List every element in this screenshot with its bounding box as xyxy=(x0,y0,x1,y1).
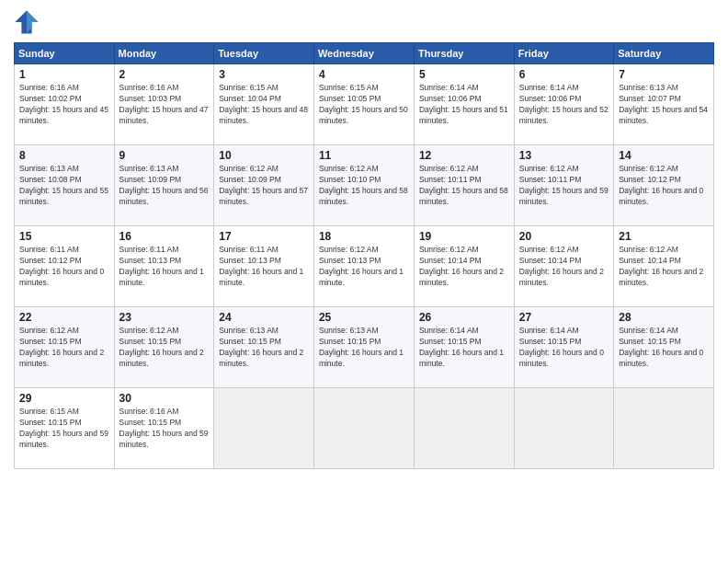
day-info: Sunrise: 6:12 AM Sunset: 10:12 PM Daylig… xyxy=(619,164,709,208)
day-info: Sunrise: 6:12 AM Sunset: 10:14 PM Daylig… xyxy=(419,245,509,289)
day-number: 12 xyxy=(419,149,509,162)
calendar-week: 8 Sunrise: 6:13 AM Sunset: 10:08 PM Dayl… xyxy=(15,145,714,226)
day-number: 11 xyxy=(319,149,409,162)
day-number: 5 xyxy=(419,68,509,81)
calendar-cell: 2 Sunrise: 6:16 AM Sunset: 10:03 PM Dayl… xyxy=(114,64,214,145)
day-info: Sunrise: 6:11 AM Sunset: 10:13 PM Daylig… xyxy=(119,245,210,289)
calendar-cell: 4 Sunrise: 6:15 AM Sunset: 10:05 PM Dayl… xyxy=(313,64,414,145)
calendar-cell: 12 Sunrise: 6:12 AM Sunset: 10:11 PM Day… xyxy=(414,145,514,226)
calendar-cell: 26 Sunrise: 6:14 AM Sunset: 10:15 PM Day… xyxy=(414,307,514,388)
day-info: Sunrise: 6:14 AM Sunset: 10:06 PM Daylig… xyxy=(419,83,509,127)
day-info: Sunrise: 6:11 AM Sunset: 10:12 PM Daylig… xyxy=(19,245,109,289)
day-number: 22 xyxy=(19,311,109,324)
logo xyxy=(14,9,41,35)
calendar-cell: 24 Sunrise: 6:13 AM Sunset: 10:15 PM Day… xyxy=(214,307,314,388)
day-number: 1 xyxy=(19,68,109,81)
day-info: Sunrise: 6:13 AM Sunset: 10:09 PM Daylig… xyxy=(119,164,210,208)
day-info: Sunrise: 6:13 AM Sunset: 10:07 PM Daylig… xyxy=(619,83,709,127)
calendar-week: 29 Sunrise: 6:15 AM Sunset: 10:15 PM Day… xyxy=(15,388,714,469)
day-number: 9 xyxy=(119,149,210,162)
day-number: 20 xyxy=(519,230,609,243)
calendar-cell: 28 Sunrise: 6:14 AM Sunset: 10:15 PM Day… xyxy=(614,307,714,388)
calendar-cell: 17 Sunrise: 6:11 AM Sunset: 10:13 PM Day… xyxy=(214,226,314,307)
day-number: 29 xyxy=(19,392,109,405)
calendar-cell: 6 Sunrise: 6:14 AM Sunset: 10:06 PM Dayl… xyxy=(514,64,613,145)
day-number: 10 xyxy=(219,149,309,162)
calendar-cell: 19 Sunrise: 6:12 AM Sunset: 10:14 PM Day… xyxy=(414,226,514,307)
calendar-cell: 27 Sunrise: 6:14 AM Sunset: 10:15 PM Day… xyxy=(514,307,613,388)
day-number: 17 xyxy=(219,230,309,243)
day-info: Sunrise: 6:15 AM Sunset: 10:15 PM Daylig… xyxy=(19,407,109,451)
header xyxy=(14,9,714,35)
weekday-header-cell: Wednesday xyxy=(313,43,414,64)
day-info: Sunrise: 6:15 AM Sunset: 10:05 PM Daylig… xyxy=(319,83,409,127)
calendar-cell xyxy=(214,388,314,469)
day-info: Sunrise: 6:13 AM Sunset: 10:08 PM Daylig… xyxy=(19,164,109,208)
day-info: Sunrise: 6:14 AM Sunset: 10:15 PM Daylig… xyxy=(619,326,709,370)
calendar-cell: 7 Sunrise: 6:13 AM Sunset: 10:07 PM Dayl… xyxy=(614,64,714,145)
calendar-cell: 30 Sunrise: 6:16 AM Sunset: 10:15 PM Day… xyxy=(114,388,214,469)
calendar-cell: 11 Sunrise: 6:12 AM Sunset: 10:10 PM Day… xyxy=(313,145,414,226)
weekday-header-cell: Friday xyxy=(514,43,613,64)
day-info: Sunrise: 6:11 AM Sunset: 10:13 PM Daylig… xyxy=(219,245,309,289)
calendar-cell: 16 Sunrise: 6:11 AM Sunset: 10:13 PM Day… xyxy=(114,226,214,307)
calendar-cell xyxy=(614,388,714,469)
calendar-cell: 3 Sunrise: 6:15 AM Sunset: 10:04 PM Dayl… xyxy=(214,64,314,145)
page: SundayMondayTuesdayWednesdayThursdayFrid… xyxy=(0,0,728,563)
day-number: 18 xyxy=(319,230,409,243)
day-info: Sunrise: 6:12 AM Sunset: 10:14 PM Daylig… xyxy=(619,245,709,289)
day-number: 7 xyxy=(619,68,709,81)
calendar-cell: 8 Sunrise: 6:13 AM Sunset: 10:08 PM Dayl… xyxy=(15,145,115,226)
calendar-week: 1 Sunrise: 6:16 AM Sunset: 10:02 PM Dayl… xyxy=(15,64,714,145)
calendar-cell xyxy=(514,388,613,469)
calendar-cell xyxy=(313,388,414,469)
day-info: Sunrise: 6:16 AM Sunset: 10:03 PM Daylig… xyxy=(119,83,210,127)
day-info: Sunrise: 6:14 AM Sunset: 10:06 PM Daylig… xyxy=(519,83,609,127)
day-number: 25 xyxy=(319,311,409,324)
logo-icon xyxy=(14,9,40,35)
day-number: 16 xyxy=(119,230,210,243)
weekday-header: SundayMondayTuesdayWednesdayThursdayFrid… xyxy=(15,43,714,64)
day-info: Sunrise: 6:12 AM Sunset: 10:09 PM Daylig… xyxy=(219,164,309,208)
day-info: Sunrise: 6:12 AM Sunset: 10:10 PM Daylig… xyxy=(319,164,409,208)
day-number: 8 xyxy=(19,149,109,162)
day-number: 4 xyxy=(319,68,409,81)
calendar-cell: 23 Sunrise: 6:12 AM Sunset: 10:15 PM Day… xyxy=(114,307,214,388)
calendar-cell: 25 Sunrise: 6:13 AM Sunset: 10:15 PM Day… xyxy=(313,307,414,388)
day-number: 24 xyxy=(219,311,309,324)
calendar-cell: 5 Sunrise: 6:14 AM Sunset: 10:06 PM Dayl… xyxy=(414,64,514,145)
weekday-header-cell: Thursday xyxy=(414,43,514,64)
calendar-cell: 15 Sunrise: 6:11 AM Sunset: 10:12 PM Day… xyxy=(15,226,115,307)
day-info: Sunrise: 6:12 AM Sunset: 10:11 PM Daylig… xyxy=(419,164,509,208)
weekday-header-cell: Tuesday xyxy=(214,43,314,64)
calendar-cell: 18 Sunrise: 6:12 AM Sunset: 10:13 PM Day… xyxy=(313,226,414,307)
day-number: 19 xyxy=(419,230,509,243)
day-info: Sunrise: 6:12 AM Sunset: 10:14 PM Daylig… xyxy=(519,245,609,289)
day-number: 30 xyxy=(119,392,210,405)
calendar-week: 22 Sunrise: 6:12 AM Sunset: 10:15 PM Day… xyxy=(15,307,714,388)
day-info: Sunrise: 6:12 AM Sunset: 10:11 PM Daylig… xyxy=(519,164,609,208)
day-number: 27 xyxy=(519,311,609,324)
day-number: 13 xyxy=(519,149,609,162)
calendar-cell: 22 Sunrise: 6:12 AM Sunset: 10:15 PM Day… xyxy=(15,307,115,388)
day-number: 14 xyxy=(619,149,709,162)
calendar-cell: 29 Sunrise: 6:15 AM Sunset: 10:15 PM Day… xyxy=(15,388,115,469)
day-info: Sunrise: 6:16 AM Sunset: 10:02 PM Daylig… xyxy=(19,83,109,127)
day-info: Sunrise: 6:12 AM Sunset: 10:13 PM Daylig… xyxy=(319,245,409,289)
calendar-cell: 14 Sunrise: 6:12 AM Sunset: 10:12 PM Day… xyxy=(614,145,714,226)
calendar-cell: 1 Sunrise: 6:16 AM Sunset: 10:02 PM Dayl… xyxy=(15,64,115,145)
calendar: SundayMondayTuesdayWednesdayThursdayFrid… xyxy=(14,42,714,469)
calendar-week: 15 Sunrise: 6:11 AM Sunset: 10:12 PM Day… xyxy=(15,226,714,307)
day-number: 6 xyxy=(519,68,609,81)
svg-marker-1 xyxy=(27,10,39,33)
day-number: 3 xyxy=(219,68,309,81)
calendar-cell: 9 Sunrise: 6:13 AM Sunset: 10:09 PM Dayl… xyxy=(114,145,214,226)
day-info: Sunrise: 6:14 AM Sunset: 10:15 PM Daylig… xyxy=(519,326,609,370)
day-info: Sunrise: 6:14 AM Sunset: 10:15 PM Daylig… xyxy=(419,326,509,370)
calendar-cell xyxy=(414,388,514,469)
day-number: 28 xyxy=(619,311,709,324)
day-number: 23 xyxy=(119,311,210,324)
day-number: 2 xyxy=(119,68,210,81)
calendar-cell: 13 Sunrise: 6:12 AM Sunset: 10:11 PM Day… xyxy=(514,145,613,226)
day-info: Sunrise: 6:16 AM Sunset: 10:15 PM Daylig… xyxy=(119,407,210,451)
